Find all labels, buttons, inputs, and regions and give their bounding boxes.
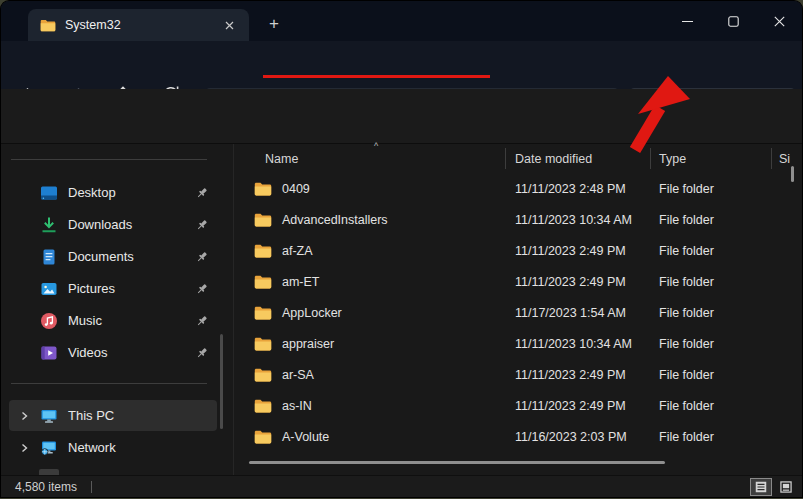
network-icon <box>39 438 59 458</box>
videos-icon <box>39 343 59 363</box>
column-separator[interactable] <box>650 148 651 169</box>
file-name: am-ET <box>282 275 320 289</box>
file-type: File folder <box>651 244 772 258</box>
view-toggles <box>750 478 797 496</box>
column-header-type[interactable]: Type <box>651 152 772 166</box>
sidebar-item-label: Network <box>68 440 217 455</box>
desktop-icon <box>39 183 59 203</box>
sidebar-item-network[interactable]: Network <box>9 432 217 463</box>
pin-icon <box>195 314 209 328</box>
file-list-pane: ^ Name Date modified Type Si 0409 11/11/… <box>233 144 802 475</box>
file-type: File folder <box>651 368 772 382</box>
table-row[interactable]: af-ZA 11/11/2023 2:49 PM File folder <box>234 235 802 266</box>
file-name: 0409 <box>282 182 310 196</box>
table-row[interactable]: ar-SA 11/11/2023 2:49 PM File folder <box>234 359 802 390</box>
folder-icon <box>254 368 272 382</box>
chevron-right-icon[interactable] <box>9 442 39 454</box>
pictures-icon <box>39 279 59 299</box>
pin-icon <box>195 218 209 232</box>
file-name: AdvancedInstallers <box>282 213 388 227</box>
folder-icon <box>254 182 272 196</box>
file-date: 11/11/2023 2:49 PM <box>506 244 651 258</box>
documents-icon <box>39 247 59 267</box>
sidebar-item-label: This PC <box>68 408 217 423</box>
explorer-tab[interactable]: System32 <box>28 9 249 41</box>
table-row[interactable]: AdvancedInstallers 11/11/2023 10:34 AM F… <box>234 204 802 235</box>
sidebar-divider <box>11 383 207 384</box>
titlebar: System32 + <box>1 1 802 41</box>
close-button[interactable] <box>756 1 802 41</box>
tab-close-icon[interactable] <box>219 15 239 35</box>
sidebar-item-documents[interactable]: Documents <box>9 241 217 272</box>
table-row[interactable]: appraiser 11/11/2023 10:34 AM File folde… <box>234 328 802 359</box>
file-name: appraiser <box>282 337 334 351</box>
sidebar-item-videos[interactable]: Videos <box>9 337 217 368</box>
sidebar-item-label: Music <box>68 313 195 328</box>
large-icons-view-button[interactable] <box>775 478 797 496</box>
pin-icon <box>195 346 209 360</box>
file-name: A-Volute <box>282 430 329 444</box>
table-row[interactable]: as-IN 11/11/2023 2:49 PM File folder <box>234 390 802 421</box>
item-count: 4,580 items <box>15 480 77 494</box>
table-row[interactable]: AppLocker 11/17/2023 1:54 AM File folder <box>234 297 802 328</box>
table-row[interactable]: am-ET 11/11/2023 2:49 PM File folder <box>234 266 802 297</box>
pin-icon <box>195 186 209 200</box>
folder-icon <box>254 213 272 227</box>
folder-icon <box>254 244 272 258</box>
navigation-pane: Desktop Downloads Documents <box>1 144 233 475</box>
sidebar-item-this-pc[interactable]: This PC <box>9 400 217 431</box>
this-pc-icon <box>39 406 59 426</box>
maximize-button[interactable] <box>710 1 756 41</box>
sidebar-item-desktop[interactable]: Desktop <box>9 177 217 208</box>
folder-icon <box>254 430 272 444</box>
column-headers: ^ Name Date modified Type Si <box>234 144 802 173</box>
sidebar-item-label: Videos <box>68 345 195 360</box>
file-name: af-ZA <box>282 244 313 258</box>
file-date: 11/11/2023 10:34 AM <box>506 337 651 351</box>
file-type: File folder <box>651 430 772 444</box>
file-explorer-window: System32 + <box>1 1 802 497</box>
file-date: 11/11/2023 2:49 PM <box>506 275 651 289</box>
sidebar-item-downloads[interactable]: Downloads <box>9 209 217 240</box>
file-date: 11/17/2023 1:54 AM <box>506 306 651 320</box>
file-type: File folder <box>651 306 772 320</box>
sidebar-scrollbar[interactable] <box>220 334 223 429</box>
vertical-scrollbar[interactable] <box>791 166 794 182</box>
column-separator[interactable] <box>771 148 772 169</box>
table-row[interactable]: A-Volute 11/16/2023 2:03 PM File folder <box>234 421 802 452</box>
table-row[interactable]: 0409 11/11/2023 2:48 PM File folder <box>234 173 802 204</box>
column-header-name[interactable]: Name <box>234 152 506 166</box>
folder-icon <box>254 275 272 289</box>
column-header-size[interactable]: Si <box>772 152 802 166</box>
file-type: File folder <box>651 182 772 196</box>
column-header-date-modified[interactable]: Date modified <box>506 152 651 166</box>
file-type: File folder <box>651 275 772 289</box>
sidebar-divider <box>11 159 207 160</box>
horizontal-scrollbar[interactable] <box>249 461 665 464</box>
sidebar-item-pictures[interactable]: Pictures <box>9 273 217 304</box>
sort-ascending-caret-icon: ^ <box>374 141 378 151</box>
sidebar-item-music[interactable]: Music <box>9 305 217 336</box>
folder-icon <box>254 337 272 351</box>
pin-icon <box>195 250 209 264</box>
file-type: File folder <box>651 399 772 413</box>
details-view-button[interactable] <box>750 478 772 496</box>
address-bar: ··· Windows System32 <box>1 41 802 89</box>
file-type: File folder <box>651 213 772 227</box>
new-tab-button[interactable]: + <box>261 11 287 37</box>
sidebar-item-label: Documents <box>68 249 195 264</box>
music-icon <box>39 311 59 331</box>
minimize-button[interactable] <box>664 1 710 41</box>
command-toolbar: New A Sort <box>1 89 802 144</box>
pin-icon <box>195 282 209 296</box>
file-date: 11/11/2023 2:49 PM <box>506 368 651 382</box>
status-bar: 4,580 items <box>1 475 802 497</box>
file-type: File folder <box>651 337 772 351</box>
file-name: as-IN <box>282 399 312 413</box>
chevron-right-icon[interactable] <box>9 410 39 422</box>
file-date: 11/16/2023 2:03 PM <box>506 430 651 444</box>
sidebar-item-label: Pictures <box>68 281 195 296</box>
sidebar-item-label: Downloads <box>68 217 195 232</box>
folder-icon <box>254 306 272 320</box>
column-separator[interactable] <box>505 148 506 169</box>
